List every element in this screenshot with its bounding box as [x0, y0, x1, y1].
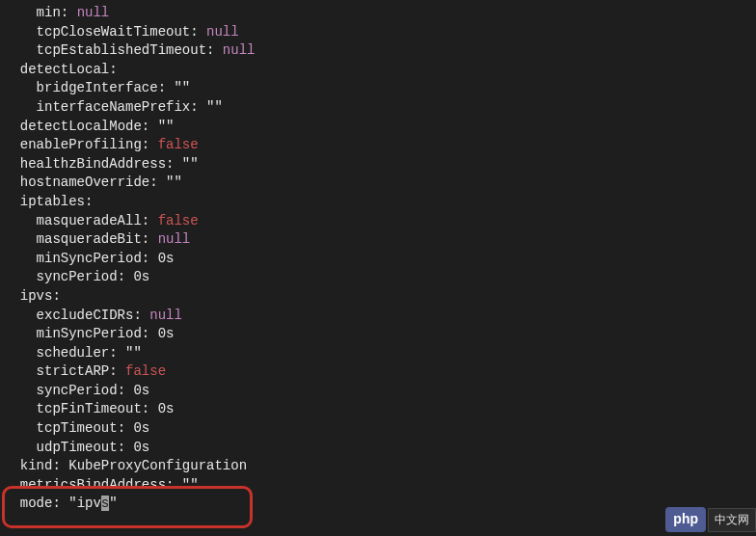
colon: : — [149, 174, 157, 190]
code-line: iptables: — [4, 193, 756, 212]
code-line: min: null — [4, 4, 756, 23]
yaml-value: false — [158, 213, 199, 228]
yaml-key: min — [37, 5, 61, 20]
yaml-key: udpTimeout — [37, 440, 118, 455]
yaml-value: 0s — [133, 440, 149, 455]
code-line: strictARP: false — [4, 362, 756, 382]
watermark-cn-badge: 中文网 — [708, 508, 756, 532]
yaml-value: null — [223, 42, 256, 58]
yaml-value: null — [158, 231, 191, 247]
yaml-key: minSyncPeriod — [37, 326, 142, 341]
colon: : — [166, 477, 174, 493]
yaml-value: null — [77, 5, 110, 20]
yaml-key: masqueradeBit — [37, 231, 142, 247]
code-line: minSyncPeriod: 0s — [4, 325, 756, 344]
yaml-value: "ipv — [68, 496, 101, 511]
yaml-value: null — [206, 24, 239, 40]
colon: : — [142, 251, 149, 266]
colon: : — [133, 308, 141, 323]
yaml-key: detectLocalMode — [20, 119, 142, 134]
yaml-value: "" — [182, 477, 199, 493]
code-line: healthzBindAddress: "" — [4, 155, 756, 174]
yaml-key: scheduler — [37, 345, 110, 361]
colon: : — [142, 213, 149, 228]
colon: : — [61, 5, 68, 20]
colon: : — [52, 458, 60, 473]
code-line: tcpEstablishedTimeout: null — [4, 41, 756, 61]
code-line: syncPeriod: 0s — [4, 268, 756, 287]
yaml-value: KubeProxyConfiguration — [68, 458, 247, 473]
code-line: excludeCIDRs: null — [4, 307, 756, 326]
yaml-value: "" — [166, 174, 182, 190]
code-line: enableProfiling: false — [4, 136, 756, 155]
yaml-value: 0s — [158, 251, 175, 266]
code-line: interfaceNamePrefix: "" — [4, 98, 756, 118]
colon: : — [118, 420, 125, 436]
colon: : — [118, 440, 125, 455]
code-line: tcpFinTimeout: 0s — [4, 400, 756, 419]
yaml-key: minSyncPeriod — [37, 251, 142, 266]
yaml-value: " — [109, 496, 117, 511]
colon: : — [142, 326, 149, 341]
code-line: tcpTimeout: 0s — [4, 419, 756, 439]
yaml-key: bridgeInterface — [37, 80, 158, 95]
yaml-key: interfaceNamePrefix — [37, 99, 191, 115]
colon: : — [166, 156, 174, 172]
colon: : — [52, 496, 60, 511]
code-line: scheduler: "" — [4, 344, 756, 363]
yaml-value: "" — [174, 80, 190, 95]
yaml-key: tcpEstablishedTimeout — [37, 42, 206, 58]
colon: : — [142, 137, 149, 152]
yaml-key: healthzBindAddress — [20, 156, 166, 172]
code-line: mode: "ipvs" — [4, 495, 756, 514]
yaml-key: iptables — [20, 194, 85, 209]
code-line: masqueradeBit: null — [4, 230, 756, 250]
watermark: php 中文网 — [665, 507, 756, 532]
yaml-value: "" — [158, 119, 175, 134]
code-line: hostnameOverride: "" — [4, 174, 756, 193]
yaml-key: kind — [20, 458, 53, 473]
text-cursor: s — [101, 496, 109, 511]
yaml-key: hostnameOverride — [20, 174, 149, 190]
colon: : — [118, 383, 125, 398]
code-line: bridgeInterface: "" — [4, 79, 756, 98]
yaml-key: mode — [20, 496, 53, 511]
code-line: ipvs: — [4, 287, 756, 307]
yaml-value: 0s — [158, 326, 175, 341]
yaml-value: 0s — [133, 269, 149, 284]
yaml-key: syncPeriod — [37, 269, 118, 284]
code-line: syncPeriod: 0s — [4, 382, 756, 401]
colon: : — [109, 345, 117, 361]
colon: : — [142, 231, 149, 247]
yaml-key: ipvs — [20, 288, 53, 304]
colon: : — [109, 62, 117, 77]
colon: : — [190, 99, 198, 115]
colon: : — [190, 24, 198, 40]
yaml-key: detectLocal — [20, 62, 109, 77]
yaml-code-block: min: null tcpCloseWaitTimeout: null tcpE… — [4, 4, 756, 514]
colon: : — [206, 42, 214, 58]
code-line: kind: KubeProxyConfiguration — [4, 457, 756, 476]
code-line: detectLocalMode: "" — [4, 118, 756, 137]
colon: : — [52, 288, 60, 304]
colon: : — [142, 119, 149, 134]
code-line: detectLocal: — [4, 61, 756, 80]
yaml-value: "" — [182, 156, 199, 172]
yaml-value: false — [158, 137, 199, 152]
yaml-value: false — [125, 363, 166, 379]
yaml-key: tcpTimeout — [37, 420, 118, 436]
colon: : — [158, 80, 166, 95]
code-line: metricsBindAddress: "" — [4, 476, 756, 496]
yaml-key: tcpFinTimeout — [37, 401, 142, 416]
yaml-value: null — [149, 308, 182, 323]
yaml-key: enableProfiling — [20, 137, 142, 152]
code-line: minSyncPeriod: 0s — [4, 250, 756, 269]
yaml-key: excludeCIDRs — [37, 308, 134, 323]
colon: : — [85, 194, 93, 209]
yaml-value: "" — [206, 99, 223, 115]
yaml-value: 0s — [133, 420, 149, 436]
yaml-value: "" — [125, 345, 142, 361]
yaml-key: tcpCloseWaitTimeout — [37, 24, 191, 40]
code-line: tcpCloseWaitTimeout: null — [4, 23, 756, 42]
yaml-value: 0s — [158, 401, 175, 416]
